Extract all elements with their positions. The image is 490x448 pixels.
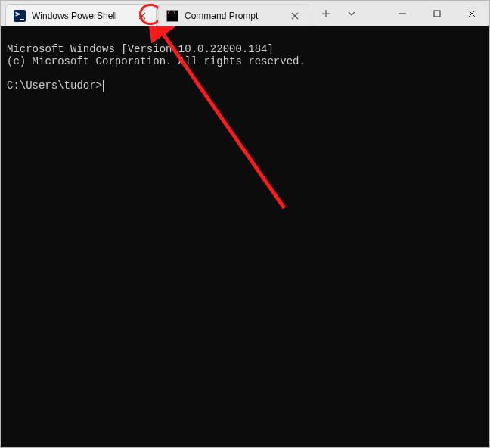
- maximize-button[interactable]: [420, 1, 454, 26]
- chevron-down-icon: [347, 9, 356, 18]
- terminal-prompt: C:\Users\tudor>: [7, 79, 102, 92]
- maximize-icon: [433, 9, 442, 18]
- tab-label: Windows PowerShell: [32, 11, 129, 21]
- cmd-icon: [166, 10, 178, 22]
- close-icon: [467, 9, 476, 18]
- minimize-button[interactable]: [385, 1, 420, 26]
- close-icon: [291, 12, 299, 20]
- terminal-line: (c) Microsoft Corporation. All rights re…: [7, 55, 305, 67]
- tab-close-button[interactable]: [287, 8, 302, 23]
- minimize-icon: [398, 9, 407, 18]
- powershell-icon: [14, 10, 26, 22]
- new-tab-button[interactable]: [315, 3, 336, 24]
- tab-command-prompt[interactable]: Command Prompt: [158, 4, 309, 26]
- tab-label: Command Prompt: [185, 11, 281, 21]
- titlebar-drag-area[interactable]: [362, 1, 385, 26]
- tab-powershell[interactable]: Windows PowerShell: [5, 4, 157, 26]
- svg-rect-0: [434, 11, 440, 17]
- text-cursor: [103, 80, 104, 92]
- close-icon: [138, 12, 146, 20]
- terminal-line: Microsoft Windows [Version 10.0.22000.18…: [7, 43, 274, 55]
- window-close-button[interactable]: [454, 1, 489, 26]
- tab-actions: [311, 1, 362, 26]
- tab-close-button[interactable]: [135, 8, 150, 23]
- tab-strip: Windows PowerShell Command Prompt: [1, 1, 311, 26]
- plus-icon: [321, 9, 330, 18]
- tab-dropdown-button[interactable]: [341, 3, 362, 24]
- window-controls: [385, 1, 489, 26]
- terminal-window: Windows PowerShell Command Prompt: [0, 0, 490, 448]
- titlebar[interactable]: Windows PowerShell Command Prompt: [1, 1, 489, 26]
- terminal-pane[interactable]: Microsoft Windows [Version 10.0.22000.18…: [1, 26, 489, 447]
